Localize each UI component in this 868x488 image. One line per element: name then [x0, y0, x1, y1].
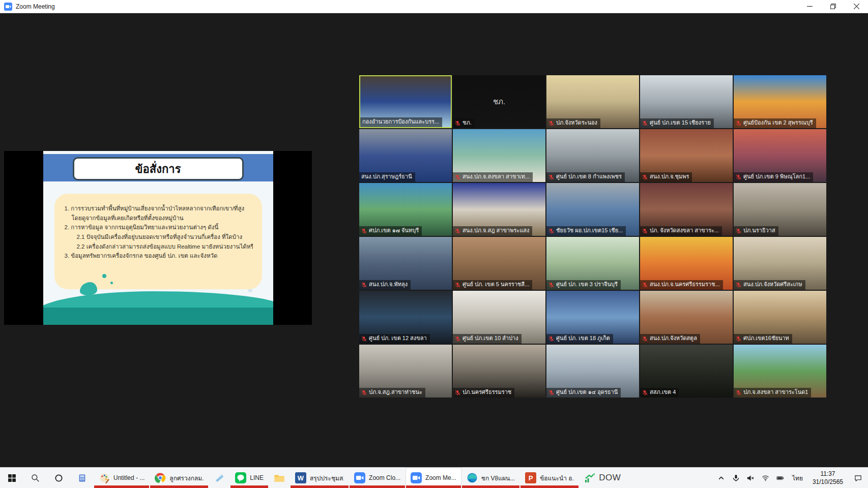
taskbar-app-stocks[interactable]: DOW	[579, 468, 626, 488]
system-tray: ไทย 11:37 31/10/2565	[714, 468, 868, 488]
participant-name: สนง.ปภ.จ.สงขลา สาขาเท...	[462, 173, 530, 180]
participant-label: ปภ.นครศรีธรรมราช	[453, 388, 514, 398]
taskbar-app-zoom[interactable]: Zoom Clo...	[349, 468, 406, 488]
participant-tile[interactable]: ชภ. ชภ.	[453, 75, 545, 128]
app-label: Untitled - ...	[113, 474, 144, 481]
taskbar-app-paint[interactable]: Untitled - ...	[94, 468, 150, 488]
participant-tile[interactable]: ปภ.นครศรีธรรมราช	[453, 345, 545, 398]
participant-tile[interactable]: ศูนย์ ปภ. เขต 12 สงขลา	[359, 291, 452, 344]
wifi-icon[interactable]	[758, 468, 773, 488]
participant-label: ศปภ.เขต16ชัยนาท	[734, 334, 792, 344]
participant-name: ศูนย์ป้องกัน เขต 2 สุพรรณบุรี	[743, 119, 813, 127]
participant-label: สนง.ปภ.จ.นครศรีธรรมราช...	[640, 280, 723, 290]
microphone-icon[interactable]	[729, 468, 743, 488]
taskbar-app-explorer[interactable]	[269, 468, 290, 488]
taskbar-app-powerpoint[interactable]: P ข้อแนะนำ อ...	[520, 468, 579, 488]
taskbar-app-edge[interactable]: ชก V8แผน...	[461, 468, 520, 488]
chevron-up-icon[interactable]	[714, 468, 729, 488]
participant-label: สนง.ปภ.จ.ชุมพร	[640, 172, 692, 182]
participant-label: ปภ.จ.สงขลา สาขาระโนด1	[734, 388, 811, 398]
start-button[interactable]	[0, 468, 23, 488]
running-indicator	[462, 485, 519, 488]
maximize-restore-button[interactable]	[821, 0, 845, 13]
zoom-app-icon	[4, 3, 12, 11]
participant-tile[interactable]: ปภ.จ.สงขลา สาขาระโนด1	[734, 345, 826, 398]
participant-tile[interactable]: ศูนย์ ปภ.เขต 10 ลำปาง	[453, 291, 545, 344]
participant-tile[interactable]: ศูนย์ ปภ. เขต 5 นครราชสี...	[453, 237, 545, 290]
titlebar: Zoom Meeting	[0, 0, 868, 13]
participant-tile[interactable]: ปภ.นราธิวาส	[734, 183, 826, 236]
participant-tile[interactable]: สนง.ปภ.สุราษฎร์ธานี	[359, 129, 452, 182]
app-label: ลูกศรวงกลม...	[169, 473, 204, 483]
participant-tile[interactable]: สสภ.เขต 4	[640, 345, 733, 398]
participant-name: สนง.ปภ.จ.พัทลุง	[369, 281, 408, 288]
participant-tile[interactable]: สนง.ปภ.จ.สงขลา สาขาเท...	[453, 129, 545, 182]
muted-mic-icon	[361, 390, 367, 395]
participant-label: สนง.ปภ.จังหวัดสตูล	[640, 334, 700, 344]
participant-tile[interactable]: ปภ.จังหวัดระนอง	[546, 75, 639, 128]
participant-tile[interactable]: สนง.ปภ.จ.นครศรีธรรมราช...	[640, 237, 733, 290]
taskbar-app-line[interactable]: LINE	[230, 468, 269, 488]
zoom-meeting-window: Zoom Meeting ข้อสั่งการ 1. การรวบรวมทำพื…	[0, 0, 868, 488]
action-center-icon[interactable]	[848, 468, 868, 488]
taskbar: Untitled - ... ลูกศรวงกลม... LINE W สรุป…	[0, 467, 868, 488]
participant-tile[interactable]: กองอำนวยการป้องกันและบรร...	[359, 75, 452, 128]
participant-tile[interactable]: ศูนย์ ปภ. เขต 3 ปราจีนบุรี	[546, 237, 639, 290]
taskbar-app-chrome[interactable]: ลูกศรวงกลม...	[150, 468, 209, 488]
app-label: สรุปประชุมส...	[310, 473, 344, 483]
taskbar-app-word[interactable]: W สรุปประชุมส...	[290, 468, 349, 488]
clock[interactable]: 11:37 31/10/2565	[807, 468, 848, 488]
participant-tile[interactable]: สนง.ปภ.จ.ชุมพร	[640, 129, 733, 182]
participant-tile[interactable]: ชัยธวัช ผอ.ปภ.เขต15 เชีย...	[546, 183, 639, 236]
participant-name: ชภ.	[462, 119, 472, 127]
participant-tile[interactable]: สนง.ปภ.จังหวัดศรีสะเกษ	[734, 237, 826, 290]
language-indicator[interactable]: ไทย	[788, 468, 807, 488]
participant-name: สนง.ปภ.จังหวัดศรีสะเกษ	[743, 281, 802, 288]
muted-mic-icon	[361, 336, 367, 342]
participant-name: ปภ. จังหวัดสงขลา สาขาระ...	[650, 227, 719, 234]
wave-dark-shape	[43, 308, 273, 325]
battery-icon[interactable]	[773, 468, 788, 488]
taskbar-app-notepad[interactable]	[209, 468, 230, 488]
running-indicator	[150, 485, 208, 488]
participant-tile[interactable]: ศปภ.เขต16ชัยนาท	[734, 291, 826, 344]
participant-tile[interactable]: ศูนย์ ปภ.เขต 9 พิษณุโลก1...	[734, 129, 826, 182]
participant-label: ชภ.	[453, 118, 475, 128]
minimize-button[interactable]	[798, 0, 821, 13]
participant-name: ศูนย์ ปภ. เขต 12 สงขลา	[369, 335, 427, 342]
volume-muted-icon[interactable]	[743, 468, 758, 488]
participant-tile[interactable]: ศูนย์ ปภ.เขต ๑๔ อุดรธานี	[546, 345, 639, 398]
calculator-icon[interactable]	[70, 468, 94, 488]
zoom-icon	[354, 472, 365, 483]
muted-mic-icon	[736, 174, 741, 180]
muted-mic-icon	[642, 390, 648, 395]
participant-name: ศูนย์ ปภ. เขต 5 นครราชสี...	[462, 281, 529, 288]
stocks-icon	[584, 472, 595, 483]
participant-tile[interactable]: ศูนย์ ปภ.เขต 15 เชียงราย	[640, 75, 733, 128]
participant-label: ชัยธวัช ผอ.ปภ.เขต15 เชีย...	[546, 226, 626, 236]
participant-tile[interactable]: สนง.ปภ.จ.พัทลุง	[359, 237, 452, 290]
muted-mic-icon	[548, 120, 554, 126]
participant-label: ปภ.จ.สฎ.สาขาท่าชนะ	[359, 388, 425, 398]
close-button[interactable]	[845, 0, 868, 13]
participant-tile[interactable]: ศูนย์ ปภ. เขต 18 ภูเก็ต	[546, 291, 639, 344]
muted-mic-icon	[455, 174, 460, 180]
search-icon[interactable]	[23, 468, 47, 488]
participant-label: ศูนย์ ปภ.เขต ๑๔ อุดรธานี	[546, 388, 621, 398]
taskbar-app-zoom[interactable]: Zoom Me...	[406, 468, 461, 488]
muted-mic-icon	[642, 174, 648, 180]
cortana-icon[interactable]	[47, 468, 70, 488]
participant-tile[interactable]: สนง.ปภ.จ.สฎ สาขาพระแสง	[453, 183, 545, 236]
slide-line: 2.1 ปัจจุบันมีเครื่องที่อยู่บนยอดเขาหรือ…	[65, 232, 253, 242]
participant-tile[interactable]: ศูนย์ ปภ.เขต 8 กำแพงเพชร	[546, 129, 639, 182]
participant-name: ชัยธวัช ผอ.ปภ.เขต15 เชีย...	[556, 227, 623, 234]
participant-tile[interactable]: ปภ. จังหวัดสงขลา สาขาระ...	[640, 183, 733, 236]
participant-tile[interactable]: ศปภ.เขต ๑๗ จันทบุรี	[359, 183, 452, 236]
participant-tile[interactable]: สนง.ปภ.จังหวัดสตูล	[640, 291, 733, 344]
participant-label: ศูนย์ ปภ.เขต 8 กำแพงเพชร	[546, 172, 625, 182]
clock-date: 31/10/2565	[813, 478, 843, 486]
participant-tile[interactable]: ปภ.จ.สฎ.สาขาท่าชนะ	[359, 345, 452, 398]
edge-icon	[467, 472, 478, 483]
participant-tile[interactable]: ศูนย์ป้องกัน เขต 2 สุพรรณบุรี	[734, 75, 826, 128]
participant-label: ศูนย์ ปภ. เขต 12 สงขลา	[359, 334, 430, 344]
